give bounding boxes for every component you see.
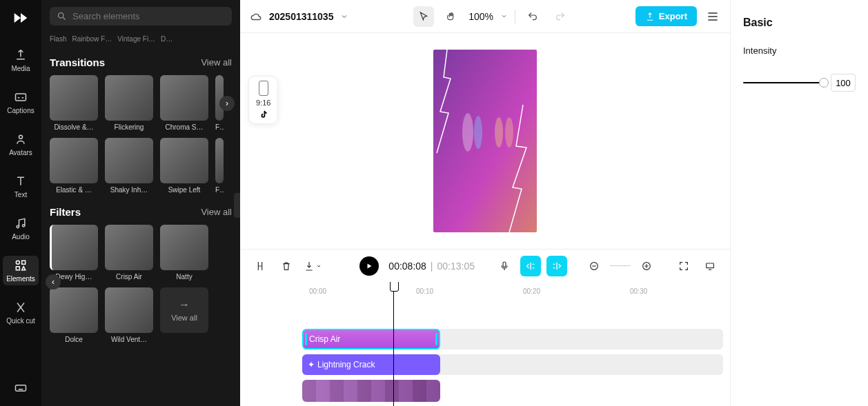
rail-keyboard[interactable] (3, 378, 39, 398)
panels-toggle[interactable] (705, 9, 720, 24)
svg-point-1 (19, 135, 23, 139)
search-input[interactable] (72, 11, 225, 21)
sparkle-icon: ✦ (308, 360, 315, 369)
scroll-left-filters[interactable]: ‹ (46, 274, 61, 290)
intensity-label: Intensity (743, 45, 856, 56)
svg-rect-14 (707, 263, 714, 268)
transition-elastic[interactable]: Elastic & … (50, 138, 98, 194)
zoom-chevron-icon[interactable] (500, 12, 508, 20)
rail-quickcut[interactable]: Quick cut (3, 298, 39, 327)
transition-swipe[interactable]: Swipe Left (160, 138, 208, 194)
zoom-out-button[interactable] (584, 256, 604, 276)
mic-button[interactable] (494, 256, 515, 276)
svg-point-4 (16, 261, 19, 264)
rail-elements-label: Elements (6, 275, 35, 283)
props-basic-title: Basic (743, 17, 856, 29)
filter-wild[interactable]: Wild Vent… (105, 287, 153, 343)
preview-effect-overlay (433, 50, 537, 232)
filters-viewall-tile[interactable]: → View all (160, 287, 208, 333)
zoom-in-button[interactable] (636, 256, 657, 276)
effect-tab-flash[interactable]: Flash (50, 35, 66, 43)
export-icon (645, 12, 655, 21)
filter-crisp[interactable]: Crisp Air (105, 225, 153, 281)
transition-shaky[interactable]: Shaky Inh… (105, 138, 153, 194)
svg-rect-11 (503, 262, 506, 267)
clip-crisp-air[interactable]: Crisp Air (302, 329, 440, 349)
intensity-value[interactable]: 100 (831, 74, 856, 92)
timeline-ruler[interactable]: 00:00 00:10 00:20 00:30 (302, 287, 723, 301)
rail-avatars[interactable]: Avatars (3, 130, 39, 159)
clip-video[interactable] (302, 380, 440, 402)
transitions-title: Transitions (50, 57, 105, 68)
filter-dewy[interactable]: Dewy Hig… (50, 225, 98, 281)
fit-button[interactable] (673, 256, 694, 276)
transition-chroma[interactable]: Chroma S… (160, 75, 208, 131)
rail-avatars-label: Avatars (9, 149, 32, 156)
effect-tab-vintage[interactable]: Vintage Fi… (117, 35, 155, 43)
effect-tab-rainbow[interactable]: Rainbow F… (72, 35, 112, 43)
search-icon (57, 11, 67, 21)
magnet-left-button[interactable] (520, 256, 541, 276)
transition-dissolve[interactable]: Dissolve &… (50, 75, 98, 131)
timecode-current: 00:08:08 (388, 261, 426, 272)
rail-quickcut-label: Quick cut (6, 317, 35, 325)
redo-button[interactable] (550, 6, 571, 27)
svg-point-3 (23, 225, 25, 227)
rail-text[interactable]: Text (3, 172, 39, 201)
preview-canvas[interactable] (433, 50, 537, 232)
svg-point-6 (59, 13, 64, 19)
search-input-container[interactable] (50, 7, 232, 26)
cursor-tool[interactable] (413, 6, 434, 27)
playhead[interactable] (393, 282, 394, 406)
svg-point-2 (17, 225, 19, 227)
zoom-level[interactable]: 100% (468, 11, 493, 22)
track-effect[interactable]: ✦ Lightning Crack (302, 354, 723, 375)
svg-point-8 (474, 116, 482, 149)
intensity-slider[interactable] (743, 82, 824, 83)
chevron-down-icon[interactable] (340, 12, 348, 21)
rail-audio[interactable]: Audio (3, 214, 39, 243)
rail-elements[interactable]: Elements (3, 256, 39, 285)
track-filter[interactable]: Crisp Air (302, 329, 723, 349)
effect-tab-d[interactable]: D… (161, 35, 172, 43)
filters-title: Filters (50, 206, 81, 218)
hand-tool[interactable] (441, 6, 462, 27)
rail-media[interactable]: Media (3, 45, 39, 75)
split-button[interactable] (250, 256, 270, 276)
svg-point-9 (495, 117, 503, 148)
zoom-slider[interactable] (610, 265, 631, 266)
project-name[interactable]: 202501311035 (269, 11, 333, 22)
filters-viewall[interactable]: View all (201, 207, 232, 217)
clip-lightning-crack[interactable]: ✦ Lightning Crack (302, 354, 440, 375)
svg-rect-5 (16, 385, 26, 391)
scroll-right-transitions[interactable]: › (219, 96, 235, 111)
magnet-right-button[interactable] (546, 256, 567, 276)
download-button[interactable] (302, 256, 323, 276)
app-logo[interactable] (11, 8, 30, 28)
fullscreen-button[interactable] (700, 256, 720, 276)
timecode-total: 00:13:05 (437, 261, 475, 272)
filter-dolce[interactable]: Dolce (50, 287, 98, 343)
filter-natty[interactable]: Natty (160, 225, 208, 281)
rail-captions[interactable]: Captions (3, 88, 39, 117)
delete-button[interactable] (276, 256, 297, 276)
svg-point-10 (505, 117, 513, 148)
rail-audio-label: Audio (12, 233, 30, 241)
tiktok-icon (259, 110, 268, 119)
rail-media-label: Media (11, 65, 30, 72)
transitions-viewall[interactable]: View all (201, 57, 232, 68)
undo-button[interactable] (522, 6, 543, 27)
cloud-icon (250, 10, 262, 23)
svg-rect-0 (16, 94, 26, 101)
svg-point-7 (462, 113, 473, 152)
transition-fl[interactable]: Fl… (215, 138, 224, 194)
transition-flickering[interactable]: Flickering (105, 75, 153, 131)
aspect-ratio-badge[interactable]: 9:16 (248, 76, 278, 124)
rail-captions-label: Captions (7, 107, 34, 114)
export-button[interactable]: Export (635, 6, 697, 26)
rail-text-label: Text (14, 191, 27, 199)
play-button[interactable] (359, 256, 379, 276)
